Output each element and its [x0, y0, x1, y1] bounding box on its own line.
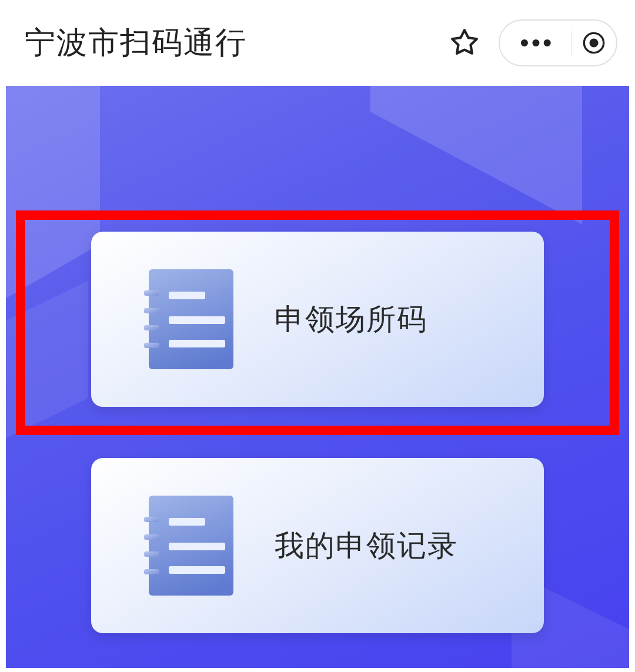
apply-venue-code-card[interactable]: 申领场所码 [91, 232, 544, 407]
capsule-divider [571, 31, 572, 55]
svg-point-1 [590, 39, 599, 48]
favorite-icon[interactable] [448, 26, 481, 59]
header-bar: 宁波市扫码通行 ••• [0, 0, 635, 86]
miniprogram-capsule: ••• [499, 19, 617, 66]
notebook-icon [144, 269, 233, 369]
card-label: 申领场所码 [275, 300, 427, 339]
my-application-records-card[interactable]: 我的申领记录 [91, 458, 544, 633]
decorative-shape [370, 86, 582, 225]
card-label: 我的申领记录 [275, 526, 458, 566]
menu-icon[interactable]: ••• [510, 30, 563, 56]
notebook-icon [144, 496, 233, 596]
close-icon[interactable] [582, 31, 606, 55]
main-content: 申领场所码 我的申领记录 [6, 86, 629, 668]
page-title: 宁波市扫码通行 [25, 22, 247, 63]
decorative-shape [6, 280, 88, 456]
header-actions: ••• [448, 19, 617, 66]
